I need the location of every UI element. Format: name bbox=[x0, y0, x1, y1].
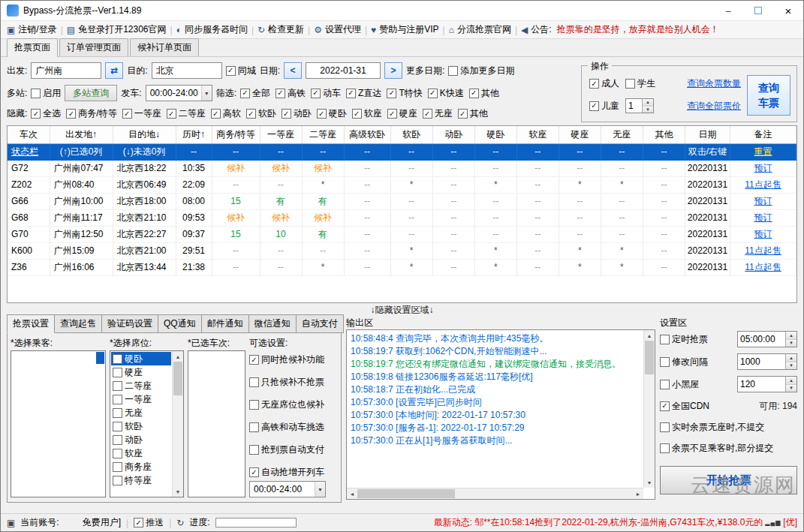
seat-option[interactable]: 软座 bbox=[111, 446, 171, 460]
seat-option[interactable]: 硬卧 bbox=[111, 352, 171, 365]
timed-grab-spinner[interactable]: 05:00:00▲▼ bbox=[737, 331, 797, 347]
seat-option[interactable]: 一等座 bbox=[111, 392, 171, 406]
menu-set-proxy[interactable]: ⚙设置代理 bbox=[314, 23, 361, 36]
column-header[interactable]: 其他 bbox=[643, 126, 685, 143]
dest-station-input[interactable]: 北京 bbox=[152, 62, 222, 79]
tab-waitlist-orders[interactable]: 候补订单页面 bbox=[130, 38, 199, 56]
tab-wechat-notify[interactable]: 微信通知 bbox=[248, 314, 297, 333]
column-header[interactable]: 软座 bbox=[516, 126, 559, 143]
menu-official-site[interactable]: ⌂分流抢票官网 bbox=[449, 23, 511, 36]
hide-checkbox[interactable]: ✓硬卧 bbox=[317, 107, 347, 120]
menu-sync-server-time[interactable]: ◐同步服务器时间 bbox=[176, 23, 248, 36]
passenger-listbox[interactable] bbox=[11, 350, 106, 497]
add-more-dates-checkbox[interactable]: 添加更多日期 bbox=[448, 65, 514, 77]
scroll-track[interactable] bbox=[357, 488, 633, 499]
train-row[interactable]: G66广州南10:00北京西18:0008:0015有有------------… bbox=[8, 193, 796, 209]
hide-checkbox[interactable]: ✓其他 bbox=[458, 107, 488, 120]
filter-checkbox[interactable]: ✓Z直达 bbox=[346, 87, 381, 100]
seat-option[interactable]: 二等座 bbox=[111, 379, 171, 392]
seat-list-scrollbar[interactable]: ▲ ▼ bbox=[172, 351, 183, 497]
start-grab-button[interactable]: 开始抢票 bbox=[660, 466, 797, 494]
column-header[interactable]: 日期 bbox=[685, 126, 730, 143]
column-header[interactable]: 硬座 bbox=[559, 126, 601, 143]
tab-captcha-settings[interactable]: 验证码设置 bbox=[101, 314, 158, 333]
no-seat-no-submit-checkbox[interactable]: 实时余票无座时,不提交 bbox=[660, 421, 764, 434]
optional-setting-checkbox[interactable]: 只抢候补不抢票 bbox=[249, 376, 338, 389]
student-checkbox[interactable]: 学生 bbox=[625, 77, 655, 90]
action-link[interactable]: 预订 bbox=[754, 229, 772, 239]
hide-checkbox[interactable]: ✓一等座 bbox=[122, 107, 161, 120]
output-vertical-scrollbar[interactable]: ▲ ▼ bbox=[643, 330, 655, 488]
seat-option[interactable]: 软卧 bbox=[111, 419, 171, 433]
hide-checkbox[interactable]: ✓动卧 bbox=[282, 107, 312, 120]
scroll-thumb[interactable] bbox=[357, 489, 455, 498]
spinner-down-button[interactable]: ▼ bbox=[643, 107, 653, 113]
filter-checkbox[interactable]: ✓K快速 bbox=[428, 87, 464, 100]
train-row[interactable]: K600广州15:09北京西21:0029:51--------*--*--**… bbox=[8, 242, 796, 259]
seat-listbox[interactable]: 硬卧硬座二等座一等座无座软卧动卧软座商务座特等座 ▲ ▼ bbox=[110, 350, 184, 497]
seat-option[interactable]: 动卧 bbox=[111, 433, 171, 446]
query-tickets-button[interactable]: 查询车票 bbox=[747, 75, 790, 116]
enable-multi-station-checkbox[interactable]: 启用 bbox=[31, 87, 61, 100]
optional-setting-checkbox[interactable]: 无座席位也候补 bbox=[249, 398, 338, 411]
hide-checkbox[interactable]: ✓硬座 bbox=[387, 107, 417, 120]
optional-setting-checkbox[interactable]: 高铁和动车挑选 bbox=[249, 421, 338, 434]
blacklist-spinner[interactable]: 120▲▼ bbox=[737, 376, 797, 392]
column-header[interactable]: 商务/特等 bbox=[212, 126, 260, 143]
seat-option[interactable]: 无座 bbox=[111, 406, 171, 419]
column-header[interactable]: 历时↑ bbox=[176, 126, 212, 143]
column-header[interactable]: 目的地↓ bbox=[113, 126, 176, 143]
partial-submit-checkbox[interactable]: 余票不足乘客时,部分提交 bbox=[660, 442, 773, 455]
hide-checkbox[interactable]: ✓商务/特等 bbox=[66, 107, 116, 120]
scroll-track[interactable] bbox=[644, 341, 655, 477]
seat-option[interactable]: 商务座 bbox=[111, 460, 171, 473]
column-header[interactable]: 出发地↑ bbox=[50, 126, 113, 143]
column-header[interactable]: 动卧 bbox=[432, 126, 474, 143]
multi-station-query-button[interactable]: 多站查询 bbox=[65, 85, 117, 101]
depart-station-input[interactable]: 广州南 bbox=[31, 62, 101, 79]
column-header[interactable]: 高级软卧 bbox=[344, 126, 390, 143]
column-header[interactable]: 一等座 bbox=[260, 126, 302, 143]
scroll-right-icon[interactable]: ► bbox=[633, 488, 643, 499]
tab-auto-pay[interactable]: 自动支付 bbox=[296, 314, 344, 333]
depart-time-select[interactable]: 00:00-24:00 ▼ bbox=[146, 85, 212, 101]
scroll-track[interactable] bbox=[173, 362, 183, 486]
seat-option[interactable]: 特等座 bbox=[111, 473, 171, 487]
minimize-button[interactable]: – bbox=[713, 1, 743, 20]
train-row[interactable]: G72广州南07:47北京西18:2210:35候补候补候补----------… bbox=[8, 160, 796, 176]
query-remaining-link[interactable]: 查询余票数量 bbox=[687, 77, 741, 90]
scroll-down-icon[interactable]: ▼ bbox=[644, 477, 655, 488]
action-link[interactable]: 预订 bbox=[754, 212, 772, 223]
tab-order-management[interactable]: 订单管理页面 bbox=[59, 38, 128, 56]
spinner-up-button[interactable]: ▲ bbox=[786, 354, 796, 362]
spinner-down-button[interactable]: ▼ bbox=[786, 385, 796, 392]
tab-query-sale[interactable]: 查询起售 bbox=[54, 314, 102, 333]
status-row[interactable]: 状态栏(↑)已选0列(↓)未选0列-----------------------… bbox=[8, 143, 796, 160]
column-header[interactable]: 软卧 bbox=[390, 126, 432, 143]
action-link[interactable]: 11点起售 bbox=[745, 179, 781, 190]
timed-grab-checkbox[interactable]: 定时抢票 bbox=[660, 333, 708, 346]
filter-checkbox[interactable]: ✓其他 bbox=[469, 87, 499, 100]
hide-checkbox[interactable]: ✓高软 bbox=[211, 107, 241, 120]
hide-checkbox[interactable]: ✓全选 bbox=[31, 107, 61, 120]
adult-checkbox[interactable]: ✓成人 bbox=[589, 77, 619, 90]
close-button[interactable]: × bbox=[773, 1, 803, 20]
swap-stations-button[interactable]: ⇄ bbox=[105, 62, 123, 79]
interval-spinner[interactable]: 1000▲▼ bbox=[737, 353, 797, 370]
tab-mail-notify[interactable]: 邮件通知 bbox=[201, 314, 249, 333]
menu-logout-login[interactable]: ▣注销/登录 bbox=[7, 23, 57, 36]
column-header[interactable]: 无座 bbox=[601, 126, 643, 143]
maximize-button[interactable] bbox=[743, 1, 773, 20]
optional-setting-checkbox[interactable]: ✓自动抢增开列车 bbox=[249, 466, 338, 479]
column-header[interactable]: 二等座 bbox=[302, 126, 344, 143]
blacklist-checkbox[interactable]: 小黑屋 bbox=[660, 378, 699, 391]
train-row[interactable]: Z202广州08:40北京西06:4922:09----*--*--*--**-… bbox=[8, 176, 796, 193]
date-prev-button[interactable]: < bbox=[284, 62, 302, 79]
cdn-checkbox[interactable]: ✓全国CDN bbox=[660, 400, 709, 413]
train-row[interactable]: G70广州南12:50北京西22:2709:371510有-----------… bbox=[8, 226, 796, 242]
menu-open-12306[interactable]: ▤免登录打开12306官网 bbox=[67, 23, 167, 36]
menu-announcement[interactable]: ◀公告: bbox=[521, 23, 552, 36]
column-header[interactable]: 备注 bbox=[730, 126, 796, 143]
menu-sponsor-vip[interactable]: ♥赞助与注册VIP bbox=[371, 23, 438, 36]
selected-trains-listbox[interactable] bbox=[188, 350, 245, 497]
